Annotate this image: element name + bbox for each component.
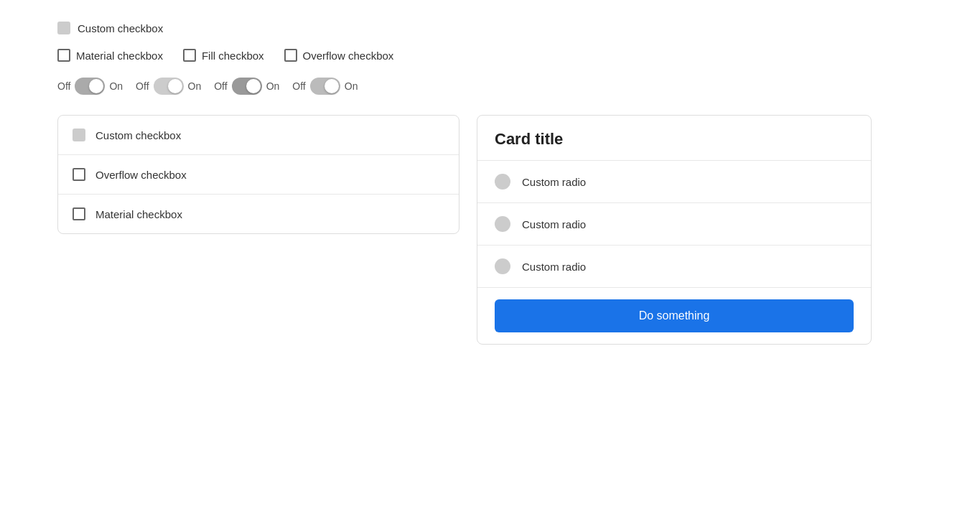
radio-1-icon[interactable] (495, 174, 510, 190)
radio-3-label: Custom radio (522, 261, 586, 273)
list-custom-checkbox-label: Custom checkbox (95, 129, 181, 141)
toggle-group-1: Off On (57, 78, 123, 95)
toggle-2-knob (168, 79, 182, 93)
list-item-custom: Custom checkbox (58, 116, 459, 155)
toggle-2-off-label: Off (136, 80, 149, 92)
radio-3-icon[interactable] (495, 258, 510, 274)
radio-item-1: Custom radio (477, 161, 871, 203)
list-item-overflow: Overflow checkbox (58, 155, 459, 195)
radio-2-label: Custom radio (522, 218, 586, 230)
toggle-group-3: Off On (214, 78, 279, 95)
toggle-4-off-label: Off (292, 80, 305, 92)
toggle-4-on-label: On (345, 80, 358, 92)
toggle-4-knob (325, 79, 339, 93)
toggle-4-switch[interactable] (310, 78, 340, 95)
overflow-checkbox-item: Overflow checkbox (284, 49, 394, 62)
do-something-button[interactable]: Do something (495, 299, 854, 332)
left-panel: Custom checkbox Overflow checkbox Materi… (57, 115, 459, 234)
toggle-group-2: Off On (136, 78, 201, 95)
list-overflow-checkbox-label: Overflow checkbox (95, 169, 187, 181)
toggle-3-switch[interactable] (232, 78, 262, 95)
toggle-3-knob (246, 79, 261, 93)
list-material-checkbox-icon[interactable] (73, 207, 85, 220)
toggle-group-4: Off On (292, 78, 358, 95)
toggle-1-knob (89, 79, 103, 93)
fill-checkbox-label: Fill checkbox (202, 50, 264, 62)
toggle-1-switch[interactable] (75, 78, 105, 95)
toggle-3-off-label: Off (214, 80, 227, 92)
checkbox-row: Material checkbox Fill checkbox Overflow… (57, 49, 923, 62)
overflow-checkbox-icon[interactable] (284, 49, 297, 62)
material-checkbox-icon[interactable] (57, 49, 70, 62)
top-custom-checkbox-row: Custom checkbox (57, 22, 923, 34)
radio-1-label: Custom radio (522, 176, 586, 188)
toggle-2-switch[interactable] (154, 78, 184, 95)
toggle-3-on-label: On (266, 80, 280, 92)
list-item-material: Material checkbox (58, 195, 459, 233)
radio-2-icon[interactable] (495, 216, 510, 232)
custom-checkbox-label: Custom checkbox (78, 22, 163, 34)
custom-checkbox-icon[interactable] (57, 22, 70, 34)
toggles-row: Off On Off On Off On Off On (57, 78, 923, 95)
toggle-2-on-label: On (188, 80, 202, 92)
toggle-1-on-label: On (109, 80, 123, 92)
material-checkbox-label: Material checkbox (76, 50, 163, 62)
list-material-checkbox-label: Material checkbox (95, 208, 182, 220)
material-checkbox-item: Material checkbox (57, 49, 163, 62)
overflow-checkbox-label: Overflow checkbox (303, 50, 394, 62)
fill-checkbox-item: Fill checkbox (183, 49, 264, 62)
radio-item-3: Custom radio (477, 246, 871, 288)
toggle-1-off-label: Off (57, 80, 70, 92)
list-custom-checkbox-icon[interactable] (73, 129, 85, 141)
card-title: Card title (477, 116, 871, 161)
main-area: Custom checkbox Overflow checkbox Materi… (57, 115, 923, 345)
right-panel: Card title Custom radio Custom radio Cus… (477, 115, 872, 345)
radio-item-2: Custom radio (477, 203, 871, 246)
fill-checkbox-icon[interactable] (183, 49, 196, 62)
list-overflow-checkbox-icon[interactable] (73, 168, 85, 181)
